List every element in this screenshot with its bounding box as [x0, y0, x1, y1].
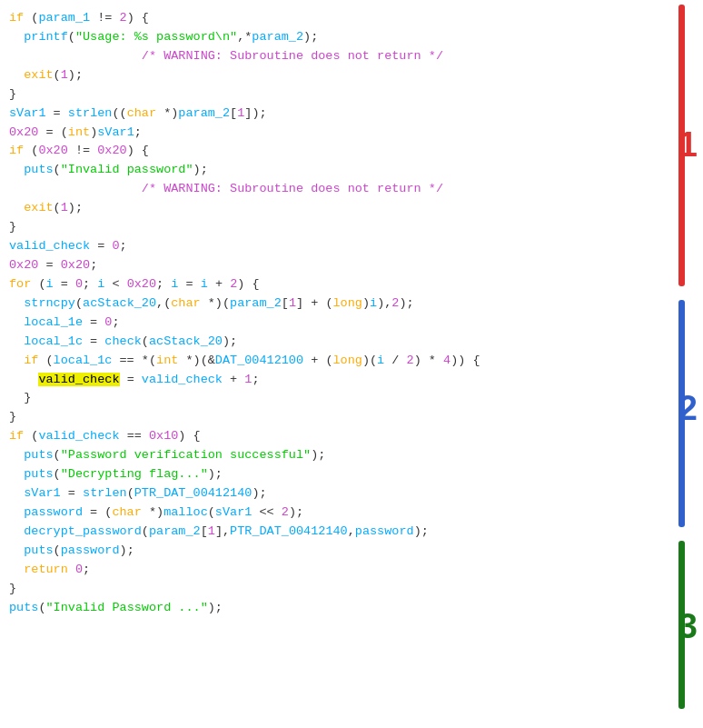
- code-line-2: printf("Usage: %s password\n",*param_2);: [9, 28, 627, 47]
- code-line-3: /* WARNING: Subroutine does not return *…: [9, 47, 627, 66]
- code-line-4: exit(1);: [9, 66, 627, 85]
- code-line-8: if (0x20 != 0x20) {: [9, 142, 627, 161]
- code-line-13: valid_check = 0;: [9, 237, 627, 256]
- code-line-21: }: [9, 389, 627, 408]
- code-line-5: }: [9, 85, 627, 105]
- bar-label-3: 3: [678, 600, 698, 653]
- code-line-12: }: [9, 218, 627, 237]
- code-line-24: puts("Password verification successful")…: [9, 446, 627, 465]
- code-line-9: puts("Invalid password");: [9, 161, 627, 180]
- annotation-bars: 1 2 3: [639, 0, 703, 728]
- code-line-15: for (i = 0; i < 0x20; i = i + 2) {: [9, 275, 627, 294]
- code-line-25: puts("Decrypting flag...");: [9, 465, 627, 484]
- code-line-1: if (param_1 != 2) {: [9, 9, 627, 28]
- code-line-7: 0x20 = (int)sVar1;: [9, 124, 627, 143]
- code-line-23: if (valid_check == 0x10) {: [9, 427, 627, 446]
- code-line-26: sVar1 = strlen(PTR_DAT_00412140);: [9, 484, 627, 504]
- code-line-19: if (local_1c == *(int *)(&DAT_00412100 +…: [9, 352, 627, 371]
- code-line-27: password = (char *)malloc(sVar1 << 2);: [9, 504, 627, 523]
- code-line-16: strncpy(acStack_20,(char *)(param_2[1] +…: [9, 294, 627, 314]
- code-line-17: local_1e = 0;: [9, 314, 627, 333]
- code-line-20: valid_check = valid_check + 1;: [9, 371, 627, 390]
- code-line-6: sVar1 = strlen((char *)param_2[1]);: [9, 105, 627, 124]
- code-line-31: }: [9, 580, 627, 599]
- code-display: if (param_1 != 2) { printf("Usage: %s pa…: [0, 0, 636, 627]
- code-line-22: }: [9, 408, 627, 427]
- code-line-18: local_1c = check(acStack_20);: [9, 333, 627, 352]
- code-line-30: return 0;: [9, 561, 627, 580]
- code-line-10: /* WARNING: Subroutine does not return *…: [9, 180, 627, 199]
- bar-label-2: 2: [678, 382, 698, 435]
- code-line-11: exit(1);: [9, 199, 627, 218]
- code-line-29: puts(password);: [9, 542, 627, 561]
- code-line-14: 0x20 = 0x20;: [9, 256, 627, 275]
- code-line-28: decrypt_password(param_2[1],PTR_DAT_0041…: [9, 523, 627, 542]
- bar-label-1: 1: [678, 118, 698, 172]
- code-line-32: puts("Invalid Password ...");: [9, 599, 627, 618]
